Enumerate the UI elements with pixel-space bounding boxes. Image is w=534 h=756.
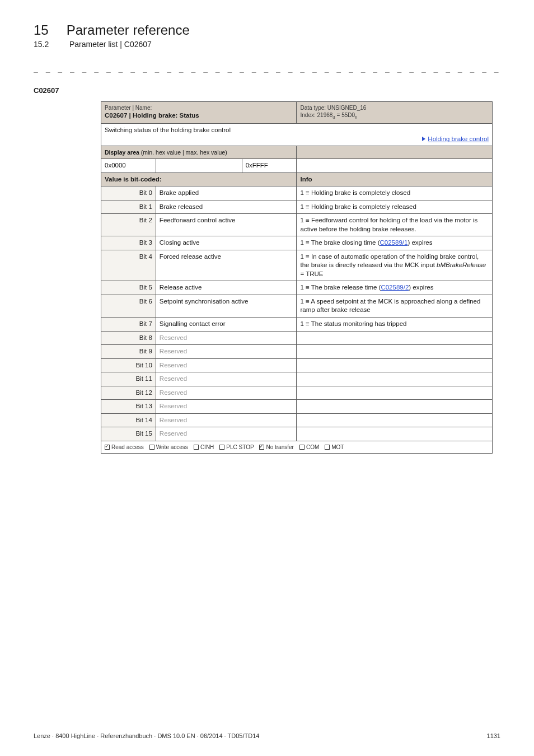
access-checkbox [299, 445, 305, 450]
info-label: Info [297, 172, 493, 186]
bit-name: Feedforward control active [156, 214, 297, 236]
holding-brake-link[interactable]: Holding brake control [428, 136, 489, 142]
bit-name: Reserved [156, 413, 297, 427]
param-head-value: C02607 | Holding brake: Status [105, 111, 293, 120]
bit-description: 1 ≡ Holding brake is completely released [297, 200, 493, 214]
bit-label: Bit 2 [101, 214, 156, 236]
section-number: 15.2 [34, 40, 51, 49]
param-datatype: Data type: UNSIGNED_16 [300, 104, 489, 112]
bit-name: Forced release active [156, 250, 297, 281]
bit-description [297, 331, 493, 345]
value-bit-coded-label: Value is bit-coded: [101, 172, 297, 186]
bit-description [297, 358, 493, 372]
bit-name: Reserved [156, 400, 297, 414]
divider: _ _ _ _ _ _ _ _ _ _ _ _ _ _ _ _ _ _ _ _ … [34, 64, 500, 73]
bit-name: Reserved [156, 372, 297, 386]
range-max: 0xFFFF [242, 159, 297, 173]
bit-description [297, 413, 493, 427]
access-checkbox [194, 445, 199, 450]
bit-description [297, 386, 493, 400]
bit-label: Bit 8 [101, 331, 156, 345]
bit-name: Reserved [156, 386, 297, 400]
range-min: 0x0000 [101, 159, 156, 173]
inline-link[interactable]: C02589/1 [380, 239, 408, 246]
footer-left: Lenze · 8400 HighLine · Referenzhandbuch… [34, 732, 259, 739]
bit-description: 1 ≡ Holding brake is completely closed [297, 186, 493, 200]
bit-name: Brake applied [156, 186, 297, 200]
bit-label: Bit 10 [101, 358, 156, 372]
access-checkbox [325, 445, 330, 450]
inline-link[interactable]: C02589/2 [381, 284, 409, 291]
bit-label: Bit 15 [101, 427, 156, 441]
access-label: COM [306, 444, 319, 450]
bit-label: Bit 1 [101, 200, 156, 214]
bit-label: Bit 3 [101, 236, 156, 250]
chapter-number: 15 [34, 22, 49, 39]
access-checkbox [149, 445, 154, 450]
bit-name: Closing active [156, 236, 297, 250]
param-head-label: Parameter | Name: [105, 104, 293, 112]
access-flags: Read access Write access CINH PLC STOP N… [101, 441, 493, 454]
footer-page-number: 1131 [487, 732, 500, 739]
display-area-suffix: (min. hex value | max. hex value) [139, 149, 227, 156]
bit-label: Bit 9 [101, 345, 156, 359]
bit-name: Brake released [156, 200, 297, 214]
bit-description [297, 400, 493, 414]
param-index: Index: 21968d = 55D0h [300, 111, 489, 121]
switching-status-text: Switching status of the holding brake co… [105, 126, 489, 135]
bit-label: Bit 4 [101, 250, 156, 281]
bit-name: Reserved [156, 331, 297, 345]
bit-name: Reserved [156, 427, 297, 441]
bit-label: Bit 14 [101, 413, 156, 427]
display-area-label: Display area [105, 149, 139, 156]
bit-description: 1 ≡ The brake closing time (C02589/1) ex… [297, 236, 493, 250]
access-label: PLC STOP [226, 444, 254, 450]
bit-name: Reserved [156, 345, 297, 359]
bit-description: 1 ≡ A speed setpoint at the MCK is appro… [297, 295, 493, 317]
access-checkbox [105, 445, 110, 450]
access-checkbox [259, 445, 264, 450]
parameter-anchor: C02607 [34, 86, 500, 95]
range-mid [156, 159, 242, 173]
parameter-table: Parameter | Name: C02607 | Holding brake… [101, 101, 493, 454]
chapter-title: Parameter reference [67, 22, 190, 39]
bit-description: 1 ≡ The brake release time (C02589/2) ex… [297, 281, 493, 295]
access-label: No transfer [266, 444, 293, 450]
access-checkbox [219, 445, 224, 450]
bit-description: 1 ≡ Feedforward control for holding of t… [297, 214, 493, 236]
bit-name: Setpoint synchronisation active [156, 295, 297, 317]
bit-name: Release active [156, 281, 297, 295]
bit-description: 1 ≡ In case of automatic operation of th… [297, 250, 493, 281]
triangle-icon [422, 137, 425, 141]
bit-description [297, 372, 493, 386]
access-label: CINH [200, 444, 214, 450]
bit-description [297, 427, 493, 441]
bit-description: 1 ≡ The status monitoring has tripped [297, 318, 493, 332]
bit-label: Bit 11 [101, 372, 156, 386]
bit-name: Signalling contact error [156, 318, 297, 332]
access-label: MOT [331, 444, 344, 450]
bit-label: Bit 12 [101, 386, 156, 400]
bit-description [297, 345, 493, 359]
access-label: Read access [111, 444, 144, 450]
bit-label: Bit 0 [101, 186, 156, 200]
bit-label: Bit 6 [101, 295, 156, 317]
bit-label: Bit 13 [101, 400, 156, 414]
bit-label: Bit 5 [101, 281, 156, 295]
section-title: Parameter list | C02607 [69, 40, 152, 49]
bit-name: Reserved [156, 358, 297, 372]
access-label: Write access [156, 444, 188, 450]
bit-label: Bit 7 [101, 318, 156, 332]
